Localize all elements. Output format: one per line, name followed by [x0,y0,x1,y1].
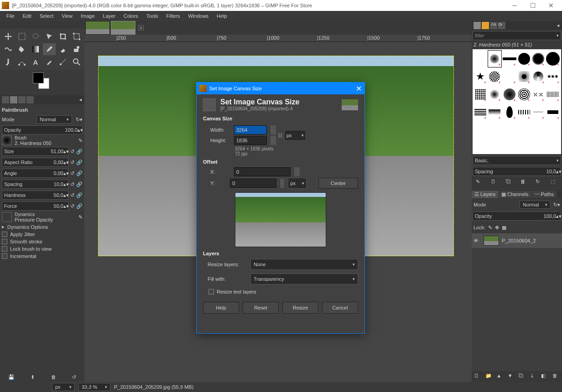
param-link-icon[interactable]: 🔗 [76,203,83,209]
tab-history-icon[interactable]: ⟳ [498,22,505,29]
resize-layers-select[interactable]: None▾ [250,259,358,270]
layer-visibility-icon[interactable]: 👁 [474,238,481,243]
lasso-tool[interactable] [29,31,42,42]
menu-colors[interactable]: Colors [120,12,142,20]
lock-pixels-icon[interactable]: ✎ [488,225,492,231]
dock-menu-icon[interactable]: ◄ [78,98,83,102]
maximize-button[interactable]: ☐ [524,0,542,11]
brush-item[interactable]: ✱✱✱+ [546,68,560,85]
brush-item[interactable]: + [502,68,517,85]
paintbrush-tool[interactable] [43,43,56,55]
param-link-icon[interactable]: 🔗 [76,170,83,176]
path-tool[interactable] [16,56,28,68]
clone-tool[interactable] [70,43,83,55]
reset-preset-icon[interactable]: ↺ [72,374,76,380]
check-lock-brush-to-view[interactable]: Lock brush to view [2,245,83,253]
gradient-tool[interactable] [29,43,42,55]
param-hardness-slider[interactable]: Hardness50,0▴▾ [2,191,68,200]
warp-tool[interactable] [2,43,15,55]
crop-tool[interactable] [57,31,69,42]
color-picker-tool[interactable] [43,56,56,68]
new-brush-icon[interactable]: 🗋 [491,179,498,186]
brush-item[interactable]: + [517,50,531,67]
new-group-icon[interactable]: 📁 [485,373,493,380]
zoom-tool[interactable] [70,56,83,68]
mode-reset-icon[interactable]: ↻▾ [76,117,83,123]
close-button[interactable]: ✕ [542,0,560,11]
brush-item[interactable]: + [517,103,531,121]
status-zoom-select[interactable]: 33,3 %▾ [78,383,110,391]
y-input[interactable]: 0 [230,179,276,188]
smudge-tool[interactable] [2,56,15,68]
cancel-button[interactable]: Cancel [322,302,358,314]
tab-fonts-icon[interactable]: Aa [490,22,497,29]
param-link-icon[interactable]: 🔗 [76,149,83,155]
offset-unit-select[interactable]: px▾ [288,178,307,189]
param-force-slider[interactable]: Force50,0▴▾ [2,201,68,211]
x-spinner[interactable] [294,167,300,176]
brush-item[interactable]: + [502,103,517,121]
tab-patterns-icon[interactable] [482,22,489,29]
dynamics-options-expander[interactable]: ▸Dynamics Options [2,223,83,231]
minimize-button[interactable]: ─ [505,0,524,11]
dynamics-preview-icon[interactable] [2,212,12,222]
y-spinner[interactable] [280,179,285,188]
width-spinner[interactable] [271,125,276,134]
tab-device-status-icon[interactable] [10,96,17,103]
brush-item[interactable]: · [474,50,487,67]
lower-layer-icon[interactable]: ▼ [508,373,515,380]
menu-layer[interactable]: Layer [99,12,120,20]
brush-spacing-slider[interactable]: Spacing10,0▴▾ [473,167,561,176]
brushes-dock-menu-icon[interactable]: ◄ [556,23,560,28]
help-button[interactable]: Help [203,302,239,314]
tab-channels[interactable]: ▦Channels [499,191,531,198]
text-tool[interactable]: A [29,56,42,68]
brush-item[interactable]: + [474,86,487,103]
param-link-icon[interactable]: 🔗 [76,192,83,198]
delete-preset-icon[interactable]: 🗑 [51,374,56,380]
menu-windows[interactable]: Windows [184,12,212,20]
param-reset-icon[interactable]: ↺ [70,149,74,155]
brush-item[interactable]: ★+ [474,68,487,85]
dialog-titlebar[interactable]: Set Image Canvas Size ✕ [197,83,364,94]
param-size-slider[interactable]: Size51,00▴▾ [2,147,68,156]
tab-brushes-icon[interactable] [474,22,481,29]
brush-item[interactable]: + [517,86,531,103]
image-tab-1[interactable] [85,21,110,35]
layer-opacity-slider[interactable]: Opacity100,0▴▾ [473,211,561,221]
brush-item[interactable]: + [488,50,501,67]
check-smooth-stroke[interactable]: Smooth stroke [2,238,83,245]
raise-layer-icon[interactable]: ▲ [496,373,504,380]
param-reset-icon[interactable]: ↺ [70,160,74,165]
brush-item[interactable]: + [546,50,560,67]
param-reset-icon[interactable]: ↺ [70,203,74,209]
delete-layer-icon[interactable]: 🗑 [552,373,560,380]
resize-button[interactable]: Resize [282,302,318,314]
link-dimensions-icon[interactable]: ⛓ [276,126,284,144]
delete-brush-icon[interactable]: 🗑 [520,179,528,186]
param-link-icon[interactable]: 🔗 [76,160,83,165]
refresh-brush-icon[interactable]: ↻ [536,179,543,186]
brush-item[interactable]: 〰〰+ [531,103,545,121]
param-aspect-ratio-slider[interactable]: Aspect Ratio0,00▴▾ [2,158,68,167]
new-layer-icon[interactable]: 🗋 [474,373,481,380]
edit-brush-icon[interactable]: ✎ [476,179,483,186]
brush-preview-icon[interactable] [2,135,12,145]
brush-item[interactable]: + [546,103,560,121]
tab-undo-history-icon[interactable] [18,96,26,103]
save-preset-icon[interactable]: 💾 [8,374,15,380]
opacity-slider[interactable]: Opacity 100,0▴▾ [2,125,83,134]
param-link-icon[interactable]: 🔗 [76,181,83,187]
brush-preset-select[interactable]: Basic,▾ [473,156,561,165]
fill-with-select[interactable]: Transparency▾ [250,273,358,284]
param-reset-icon[interactable]: ↺ [70,192,74,198]
open-as-image-icon[interactable]: ⬚ [551,179,558,186]
brush-item[interactable]: + [517,68,531,85]
dialog-close-button[interactable]: ✕ [356,84,362,93]
menu-view[interactable]: View [58,12,76,20]
tab-tool-options-icon[interactable] [2,96,9,103]
resize-text-checkbox[interactable]: Resize text layers [208,288,358,295]
tab-images-icon[interactable] [26,96,34,103]
status-unit-select[interactable]: px▾ [52,383,75,391]
lock-alpha-icon[interactable]: ▦ [502,225,506,231]
